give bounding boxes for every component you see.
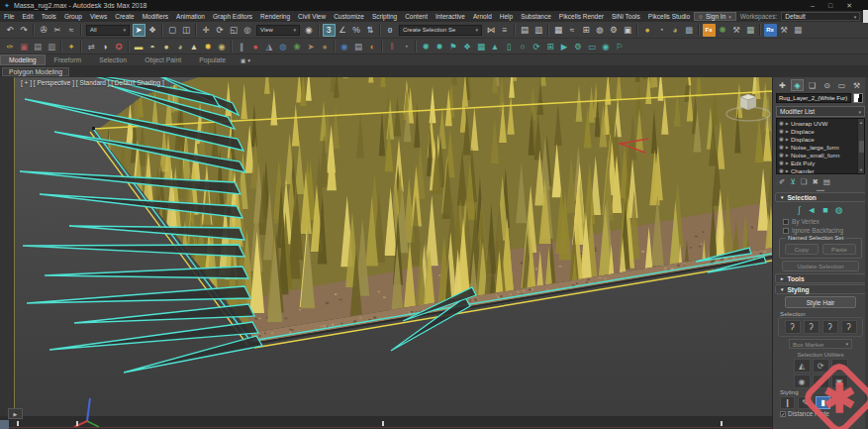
- render-production-icon[interactable]: ●: [641, 24, 654, 37]
- pin-stack-icon[interactable]: ✐: [779, 177, 785, 186]
- rain-icon[interactable]: ∥: [236, 40, 248, 53]
- menu-file[interactable]: File: [0, 13, 18, 20]
- rectangular-selection-icon[interactable]: ▢: [166, 24, 179, 37]
- stack-scrollbar[interactable]: ▲ ▼: [857, 119, 864, 173]
- comb-brush-icon[interactable]: ❙: [780, 396, 795, 409]
- undo-icon[interactable]: ↶: [4, 24, 17, 37]
- menu-customize[interactable]: Customize: [330, 13, 368, 20]
- face-subobject-icon[interactable]: ■: [822, 205, 827, 215]
- red-bars-icon[interactable]: ‖: [386, 40, 399, 53]
- paste-button[interactable]: Paste: [822, 244, 856, 255]
- tab-modeling[interactable]: Modeling: [0, 54, 46, 65]
- menu-pikcells-render[interactable]: Pikcells Render: [555, 13, 608, 20]
- grid-tool-icon[interactable]: ▦: [744, 24, 757, 37]
- help-circle-icon[interactable]: ◔: [400, 40, 413, 53]
- redo-icon[interactable]: ↷: [18, 24, 31, 37]
- select-hair-guides-icon[interactable]: ʔ: [822, 320, 838, 334]
- eye-icon[interactable]: ◉: [779, 120, 784, 126]
- copy-button[interactable]: Copy: [785, 244, 819, 255]
- lamp-tool-icon[interactable]: ✦: [65, 40, 78, 53]
- tip-subobject-icon[interactable]: ◄: [807, 205, 816, 215]
- bind-spacewarp-icon[interactable]: ≈: [65, 24, 78, 37]
- eye-tool-icon[interactable]: ◉: [600, 40, 613, 53]
- geo-dome-icon[interactable]: ◓: [146, 40, 159, 53]
- tools-rollout-header[interactable]: ► Tools: [775, 273, 866, 283]
- expand-icon[interactable]: ▶: [786, 137, 789, 142]
- render-iterative-icon[interactable]: ◔: [655, 24, 668, 37]
- remove-modifier-icon[interactable]: ✖: [813, 177, 819, 186]
- panel-a-icon[interactable]: ▤: [32, 40, 45, 53]
- show-end-result-icon[interactable]: ⊻: [790, 177, 796, 186]
- scroll-down-icon[interactable]: ▼: [859, 167, 863, 172]
- select-and-link-icon[interactable]: ✇: [38, 24, 50, 37]
- menu-scripting[interactable]: Scripting: [368, 13, 401, 20]
- menu-graph-editors[interactable]: Graph Editors: [209, 13, 256, 20]
- tool-hammer-icon[interactable]: ⚒: [730, 24, 743, 37]
- moon-icon[interactable]: ◑: [99, 40, 112, 53]
- gears-icon[interactable]: ⚙: [572, 40, 585, 53]
- sync-icon[interactable]: ⟳: [530, 40, 543, 53]
- select-place-icon[interactable]: ◎: [241, 24, 254, 37]
- polygon-modeling-panel[interactable]: Polygon Modeling: [2, 67, 69, 76]
- hierarchy-tab[interactable]: ❏: [806, 79, 819, 91]
- ribbon-overflow-button[interactable]: ▣ ▾: [241, 54, 250, 65]
- align-icon[interactable]: ≡: [499, 24, 512, 37]
- menu-animation[interactable]: Animation: [172, 13, 209, 20]
- menu-create[interactable]: Create: [111, 13, 139, 20]
- workspace-dropdown[interactable]: Default ▾: [781, 12, 860, 21]
- light-sun-icon[interactable]: ✹: [434, 40, 446, 53]
- menu-substance[interactable]: Substance: [517, 13, 555, 20]
- sun-icon[interactable]: ✹: [202, 40, 215, 53]
- viewport-label[interactable]: [ + ] [ Perspective ] [ Standard ] [ Def…: [21, 79, 164, 86]
- geo-cone-icon[interactable]: ▲: [188, 40, 201, 53]
- scene-explorer-icon[interactable]: ▤: [519, 24, 531, 37]
- menu-rendering[interactable]: Rendering: [256, 13, 294, 20]
- material-editor-icon[interactable]: ◍: [594, 24, 607, 37]
- panel-b-icon[interactable]: ▥: [46, 40, 58, 53]
- expand-icon[interactable]: ▶: [786, 153, 789, 158]
- expand-icon[interactable]: ▶: [786, 129, 789, 134]
- menu-sini-tools[interactable]: SiNi Tools: [608, 13, 644, 20]
- schematic-view-icon[interactable]: ⊞: [580, 24, 593, 37]
- render-setup-icon[interactable]: ⚙: [608, 24, 621, 37]
- menu-modifiers[interactable]: Modifiers: [139, 13, 172, 20]
- select-move-icon[interactable]: ✛: [200, 24, 213, 37]
- modifier-row[interactable]: ◉▶Noise_large_form: [777, 143, 864, 151]
- fx-icon[interactable]: Fx: [703, 24, 716, 37]
- eye-icon[interactable]: ◉: [779, 152, 784, 158]
- unlink-selection-icon[interactable]: ✂: [51, 24, 64, 37]
- scroll-up-icon[interactable]: ▲: [859, 120, 863, 125]
- select-hair-roots-icon[interactable]: ʔ: [841, 320, 857, 334]
- layers-icon[interactable]: ▤: [352, 40, 365, 53]
- scroll-thumb[interactable]: [859, 141, 864, 153]
- blue-sphere-icon[interactable]: ◉: [338, 40, 351, 53]
- ribbon-toggle-icon[interactable]: ▦: [552, 24, 565, 37]
- render-cloud-icon[interactable]: ▩: [683, 24, 696, 37]
- activeshade-icon[interactable]: ◕: [669, 24, 682, 37]
- update-selection-button[interactable]: Update Selection: [782, 261, 859, 271]
- lamp-post-icon[interactable]: ⚐: [614, 40, 627, 53]
- motion-tab[interactable]: ⊙: [820, 79, 833, 91]
- eye-icon[interactable]: ◉: [779, 128, 784, 134]
- maximize-button[interactable]: □: [828, 2, 832, 10]
- expand-icon[interactable]: ▶: [786, 161, 789, 165]
- ignore-backfacing-checkbox[interactable]: Ignore Backfacing: [773, 226, 868, 235]
- swap-arrows-icon[interactable]: ⇄: [85, 40, 98, 53]
- select-rotate-icon[interactable]: ⟳: [214, 24, 227, 37]
- style-hair-button[interactable]: Style Hair: [785, 296, 856, 308]
- menu-arnold[interactable]: Arnold: [469, 13, 496, 20]
- eye-icon[interactable]: ◉: [779, 160, 784, 165]
- tab-selection[interactable]: Selection: [90, 54, 136, 65]
- railclone-icon[interactable]: Rx: [764, 24, 777, 37]
- select-hair-free-icon[interactable]: ʔ: [785, 320, 801, 334]
- rock-icon[interactable]: ●: [319, 40, 332, 53]
- tablet-icon[interactable]: ▯: [503, 40, 516, 53]
- menu-interactive[interactable]: Interactive: [432, 13, 469, 20]
- curve-editor-icon[interactable]: ≈: [566, 24, 579, 37]
- expand-icon[interactable]: ▶: [786, 145, 789, 150]
- select-by-name-icon[interactable]: ❖: [146, 24, 159, 37]
- mini-curve-editor-button[interactable]: ▶: [8, 408, 23, 419]
- selection-filter-dropdown[interactable]: All▾: [86, 25, 130, 36]
- menu-civil-view[interactable]: Civil View: [294, 13, 330, 20]
- modifier-row[interactable]: ◉▶Displace: [777, 135, 864, 143]
